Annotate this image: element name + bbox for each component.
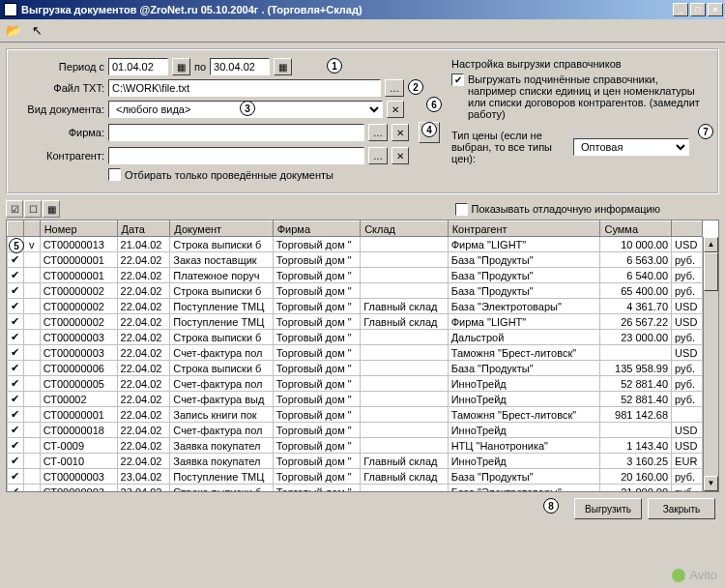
cell: ИнноТрейд — [448, 376, 600, 392]
deselect-all-button[interactable]: ☐ — [24, 200, 42, 218]
cell: руб. — [672, 330, 703, 345]
titlebar: Выгрузка документов @ZroNet.ru 05.10.200… — [0, 0, 725, 19]
row-checkbox[interactable]: ✔ — [8, 469, 24, 485]
table-row[interactable]: ✔СТ0000000222.04.02Поступление ТМЦТоргов… — [8, 314, 703, 330]
cell: Торговый дом " — [273, 485, 360, 492]
cell: 22.04.02 — [117, 268, 170, 283]
export-button[interactable]: Выгрузить — [574, 498, 642, 519]
cell: СТ00000001 — [40, 268, 117, 283]
date-from-picker[interactable]: ▦ — [172, 58, 190, 75]
table-row[interactable]: ✔СТ-000922.04.02Заявка покупателТорговый… — [8, 438, 703, 454]
row-checkbox[interactable]: ✔ — [8, 361, 24, 376]
firm-input[interactable] — [108, 124, 364, 141]
table-row[interactable]: ✔СТ0000000222.04.02Строка выписки бТорго… — [8, 283, 703, 299]
table-row[interactable]: ✔СТ0000000322.04.02Строка выписки бТорго… — [8, 330, 703, 345]
open-icon[interactable]: 📂 — [4, 21, 23, 41]
row-checkbox[interactable]: ✔ — [8, 423, 24, 438]
cell: Торговый дом " — [273, 361, 360, 376]
contractor-label: Контрагент: — [17, 150, 104, 162]
table-row[interactable]: ✔СТ0000000522.04.02Счет-фактура полТорго… — [8, 376, 703, 392]
cell: руб. — [672, 376, 703, 392]
cell: 1 143.40 — [600, 438, 672, 454]
row-checkbox[interactable]: ✔ — [8, 268, 24, 283]
callout-8: 8 — [543, 498, 559, 514]
firm-browse-button[interactable]: … — [368, 124, 388, 141]
debug-checkbox[interactable]: Показывать отладочную информацию — [455, 203, 660, 216]
row-checkbox[interactable]: ✔ — [8, 485, 24, 492]
column-header[interactable] — [672, 221, 703, 237]
row-checkbox[interactable]: ✔ — [8, 376, 24, 392]
row-checkbox[interactable]: ✔ — [8, 407, 24, 423]
table-row[interactable]: ✔СТ0000000323.04.02Строка выписки бТорго… — [8, 485, 703, 492]
only-posted-checkbox[interactable]: Отбирать только проведённые документы — [108, 168, 334, 181]
row-checkbox[interactable]: ✔ — [8, 314, 24, 330]
row-checkbox[interactable]: ✔ — [8, 345, 24, 361]
cell: 22.04.02 — [117, 454, 170, 469]
watermark: Avito — [672, 568, 717, 582]
row-checkbox[interactable]: ✔ — [8, 283, 24, 299]
close-window-button[interactable]: × — [708, 3, 723, 16]
close-button[interactable]: Закрыть — [648, 498, 715, 519]
checkbox-icon — [455, 203, 468, 216]
column-header[interactable]: Склад — [361, 221, 448, 237]
table-row[interactable]: ✔СТ0000000323.04.02Поступление ТМЦТоргов… — [8, 469, 703, 485]
table-row[interactable]: ✔СТ0000000122.04.02Заказ поставщикТоргов… — [8, 252, 703, 268]
date-from-input[interactable] — [108, 58, 168, 75]
cell: Торговый дом " — [273, 438, 360, 454]
date-to-picker[interactable]: ▦ — [274, 58, 292, 75]
callout-6: 6 — [426, 97, 442, 112]
cell: База "Продукты" — [448, 283, 600, 299]
row-checkbox[interactable]: ✔ — [8, 252, 24, 268]
column-header[interactable] — [8, 221, 24, 237]
table-row[interactable]: ✔vСТ0000001321.04.02Строка выписки бТорг… — [8, 237, 703, 252]
scroll-down-icon[interactable]: ▼ — [704, 476, 718, 491]
column-header[interactable] — [23, 221, 40, 237]
column-header[interactable]: Контрагент — [448, 221, 600, 237]
grid-scrollbar[interactable]: ▲ ▼ — [703, 237, 718, 491]
column-header[interactable]: Дата — [117, 221, 170, 237]
file-input[interactable] — [108, 79, 381, 97]
cell: Платежное поруч — [170, 268, 273, 283]
file-browse-button[interactable]: … — [385, 79, 404, 97]
column-header[interactable]: Номер — [40, 221, 117, 237]
cell — [361, 407, 448, 423]
documents-grid[interactable]: 5 НомерДатаДокументФирмаСкладКонтрагентС… — [6, 220, 719, 492]
select-all-button[interactable]: ☑ — [6, 200, 23, 218]
scroll-thumb[interactable] — [704, 252, 718, 291]
contractor-clear-button[interactable]: ✕ — [392, 147, 409, 164]
maximize-button[interactable]: □ — [690, 3, 706, 16]
pricetype-select[interactable]: Оптовая — [573, 138, 689, 156]
row-checkbox[interactable]: ✔ — [8, 454, 24, 469]
table-row[interactable]: ✔СТ0000000622.04.02Строка выписки бТорго… — [8, 361, 703, 376]
row-checkbox[interactable]: ✔ — [8, 299, 24, 314]
row-checkbox[interactable]: ✔ — [8, 438, 24, 454]
contractor-input[interactable] — [108, 147, 364, 164]
date-to-input[interactable] — [210, 58, 270, 75]
period-to-label: по — [194, 61, 206, 73]
firm-clear-button[interactable]: ✕ — [392, 124, 409, 141]
row-checkbox[interactable]: ✔ — [8, 330, 24, 345]
table-row[interactable]: ✔СТ0000000122.04.02Платежное поручТоргов… — [8, 268, 703, 283]
table-row[interactable]: ✔СТ0000000122.04.02Запись книги покТорго… — [8, 407, 703, 423]
cell: ИнноТрейд — [448, 423, 600, 438]
doctype-clear-button[interactable]: ✕ — [387, 101, 404, 118]
table-row[interactable]: ✔СТ0000000322.04.02Счет-фактура полТорго… — [8, 345, 703, 361]
minimize-button[interactable]: _ — [673, 3, 688, 16]
column-header[interactable]: Документ — [170, 221, 273, 237]
column-header[interactable]: Сумма — [600, 221, 672, 237]
cell: СТ00000002 — [40, 299, 117, 314]
cursor-icon[interactable]: ↖ — [27, 21, 46, 41]
export-sub-checkbox[interactable]: ✔ Выгружать подчинённые справочники, нап… — [451, 74, 708, 120]
row-checkbox[interactable]: ✔ — [8, 392, 24, 407]
cell: USD — [672, 438, 703, 454]
table-row[interactable]: ✔СТ-001022.04.02Заявка покупателТорговый… — [8, 454, 703, 469]
scroll-up-icon[interactable]: ▲ — [704, 237, 718, 252]
cell: Строка выписки б — [170, 237, 273, 252]
contractor-browse-button[interactable]: … — [368, 147, 388, 164]
table-row[interactable]: ✔СТ0000222.04.02Счет-фактура выдТорговый… — [8, 392, 703, 407]
table-row[interactable]: ✔СТ0000001822.04.02Счет-фактура полТорго… — [8, 423, 703, 438]
table-row[interactable]: ✔СТ0000000222.04.02Поступление ТМЦТоргов… — [8, 299, 703, 314]
invert-button[interactable]: ▦ — [43, 200, 60, 218]
column-header[interactable]: Фирма — [273, 221, 360, 237]
cell: Дальстрой — [448, 330, 600, 345]
